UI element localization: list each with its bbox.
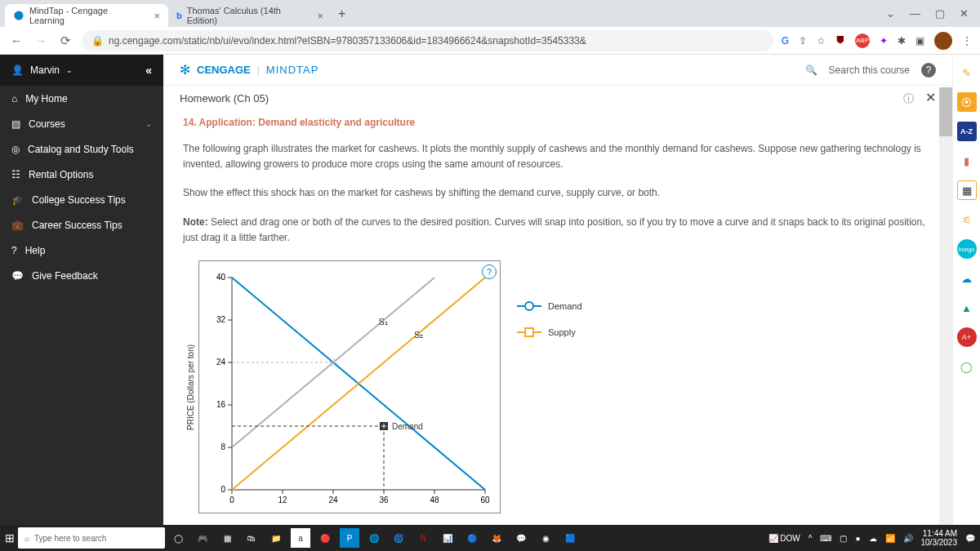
sidebar-item-career[interactable]: 💼Career Success Tips bbox=[0, 212, 163, 238]
close-icon[interactable]: × bbox=[317, 10, 323, 22]
onedrive-icon[interactable]: ☁ bbox=[869, 534, 877, 543]
browser-tab[interactable]: b Thomas' Calculus (14th Edition) × bbox=[168, 4, 332, 27]
chrome-icon[interactable]: 🌐 bbox=[364, 528, 384, 548]
firefox-icon[interactable]: 🦊 bbox=[487, 528, 506, 548]
clock-time[interactable]: 11:44 AM bbox=[921, 529, 958, 538]
keyboard-icon[interactable]: ⌨ bbox=[820, 534, 831, 543]
collapse-icon[interactable]: « bbox=[145, 64, 152, 77]
grade-icon[interactable]: A+ bbox=[957, 327, 977, 347]
maximize-icon[interactable]: ▢ bbox=[935, 7, 945, 20]
question-note: Note: Select and drag one or both of the… bbox=[163, 208, 952, 252]
app-icon[interactable]: 🔵 bbox=[462, 528, 482, 548]
homework-title-bar: Homework (Ch 05) ⓘ ✕ bbox=[163, 86, 952, 110]
sidebar-item-help[interactable]: ?Help bbox=[0, 238, 163, 263]
chevron-down-icon[interactable]: ⌄ bbox=[886, 7, 895, 20]
panel-icon[interactable]: ▣ bbox=[915, 35, 924, 47]
mindtap-brand: MINDTAP bbox=[266, 64, 319, 76]
legend-demand[interactable]: Demand bbox=[517, 301, 582, 311]
cloud-icon[interactable]: ☁ bbox=[957, 269, 977, 288]
cortana-icon[interactable]: ◯ bbox=[168, 528, 188, 548]
menu-icon[interactable]: ⋮ bbox=[962, 35, 972, 47]
minimize-icon[interactable]: — bbox=[910, 7, 920, 20]
close-icon[interactable]: ✕ bbox=[960, 7, 969, 20]
chart-svg: 012243648600816243240S₁S₂Demand bbox=[199, 261, 501, 514]
right-rail: ✎ ⦿ A-Z ▮ ▦ ⚟ bongo ☁ ▲ A+ ◯ bbox=[952, 55, 980, 525]
share-icon[interactable]: ⇪ bbox=[799, 35, 807, 47]
taskbar-search[interactable]: ⌕ Type here to search bbox=[18, 527, 165, 549]
discord-icon[interactable]: 💬 bbox=[511, 528, 531, 548]
ublock-icon[interactable]: ⛊ bbox=[835, 35, 845, 47]
tab-title: MindTap - Cengage Learning bbox=[29, 6, 142, 25]
svg-text:24: 24 bbox=[216, 358, 226, 367]
tray-icon[interactable]: ▢ bbox=[840, 534, 847, 543]
rss-icon[interactable]: ⦿ bbox=[957, 92, 977, 112]
abp-icon[interactable]: ABP bbox=[855, 33, 870, 48]
browser-tab-active[interactable]: MindTap - Cengage Learning × bbox=[5, 4, 168, 27]
search-icon[interactable]: 🔍 bbox=[805, 64, 817, 76]
edge-icon[interactable]: 🌀 bbox=[389, 528, 408, 548]
y-axis-label: PRICE (Dollars per ton) bbox=[183, 260, 198, 513]
sidebar-item-catalog[interactable]: ◎Catalog and Study Tools bbox=[0, 136, 163, 162]
sidebar-item-rental[interactable]: ☷Rental Options bbox=[0, 162, 163, 187]
search-icon: ⌕ bbox=[24, 534, 29, 543]
chat-icon: 💬 bbox=[11, 270, 24, 282]
book-icon: ▤ bbox=[11, 118, 20, 130]
sidebar-item-home[interactable]: ⌂My Home bbox=[0, 86, 163, 111]
content-area: ✻ CENGAGE | MINDTAP 🔍 Search this course… bbox=[163, 55, 952, 525]
sidebar-item-courses[interactable]: ▤Courses⌄ bbox=[0, 111, 163, 136]
pandora-icon[interactable]: P bbox=[340, 528, 359, 548]
stock-widget[interactable]: 📈 DOW bbox=[768, 534, 800, 543]
scroll-thumb[interactable] bbox=[939, 87, 952, 136]
help-icon[interactable]: ? bbox=[921, 63, 936, 78]
taskview-icon[interactable]: ▦ bbox=[217, 528, 237, 548]
back-button[interactable]: ← bbox=[8, 33, 24, 49]
info-icon[interactable]: ⓘ bbox=[903, 92, 914, 104]
progress-icon[interactable]: ◯ bbox=[957, 357, 977, 376]
sidebar-item-feedback[interactable]: 💬Give Feedback bbox=[0, 263, 163, 288]
close-icon[interactable]: × bbox=[154, 10, 160, 22]
start-button[interactable]: ⊞ bbox=[5, 531, 15, 544]
amazon-icon[interactable]: a bbox=[291, 528, 310, 548]
legend-supply[interactable]: Supply bbox=[517, 327, 582, 337]
extensions-icon[interactable]: ✱ bbox=[898, 35, 906, 47]
close-icon[interactable]: ✕ bbox=[925, 91, 936, 104]
tray-icon[interactable]: ● bbox=[855, 534, 860, 543]
reload-button[interactable]: ⟳ bbox=[57, 33, 74, 49]
audio-icon[interactable]: ⚟ bbox=[957, 210, 977, 229]
explorer-icon[interactable]: 📁 bbox=[266, 528, 286, 548]
clock-date[interactable]: 10/3/2023 bbox=[921, 538, 958, 547]
store-icon[interactable]: 🛍 bbox=[242, 528, 261, 548]
forward-button[interactable]: → bbox=[33, 33, 49, 49]
app-icon[interactable]: ◉ bbox=[536, 528, 555, 548]
notifications-icon[interactable]: 💬 bbox=[965, 534, 975, 543]
star-icon[interactable]: ☆ bbox=[817, 35, 826, 47]
netflix-icon[interactable]: N bbox=[413, 528, 433, 548]
chart-help-icon[interactable]: ? bbox=[482, 264, 497, 279]
scrollbar[interactable] bbox=[939, 87, 952, 525]
google-icon[interactable]: G bbox=[782, 35, 789, 47]
xbox-icon[interactable]: 🎮 bbox=[193, 528, 212, 548]
sidebar-item-college[interactable]: 🎓College Success Tips bbox=[0, 187, 163, 212]
sound-icon[interactable]: 🔊 bbox=[903, 534, 913, 543]
wifi-icon[interactable]: 📶 bbox=[885, 534, 895, 543]
app-icon[interactable]: 🟦 bbox=[560, 528, 580, 548]
book-icon[interactable]: ▮ bbox=[957, 151, 977, 171]
briefcase-icon: 💼 bbox=[11, 220, 24, 231]
tray-chevron[interactable]: ^ bbox=[808, 534, 813, 543]
extension-icon[interactable]: ✦ bbox=[880, 35, 888, 47]
unknown-icon[interactable]: 🔴 bbox=[315, 528, 335, 548]
url-input[interactable]: 🔒 ng.cengage.com/static/nb/ui/evo/index.… bbox=[82, 30, 773, 51]
profile-avatar[interactable] bbox=[934, 32, 952, 50]
user-menu[interactable]: 👤 Marvin ⌄ « bbox=[0, 55, 163, 86]
app-icon[interactable]: 📊 bbox=[438, 528, 457, 548]
chart-canvas[interactable]: ? 012243648600816243240S₁S₂Demand bbox=[198, 260, 501, 513]
search-label[interactable]: Search this course bbox=[829, 64, 910, 76]
pencil-icon[interactable]: ✎ bbox=[957, 63, 977, 82]
url-text: ng.cengage.com/static/nb/ui/evo/index.ht… bbox=[109, 35, 586, 47]
notes-icon[interactable]: ▦ bbox=[957, 180, 977, 200]
bongo-icon[interactable]: bongo bbox=[957, 239, 977, 259]
az-icon[interactable]: A-Z bbox=[957, 122, 977, 141]
drive-icon[interactable]: ▲ bbox=[957, 298, 977, 318]
chart-legend: Demand Supply bbox=[517, 260, 582, 513]
new-tab-button[interactable]: + bbox=[338, 7, 345, 21]
